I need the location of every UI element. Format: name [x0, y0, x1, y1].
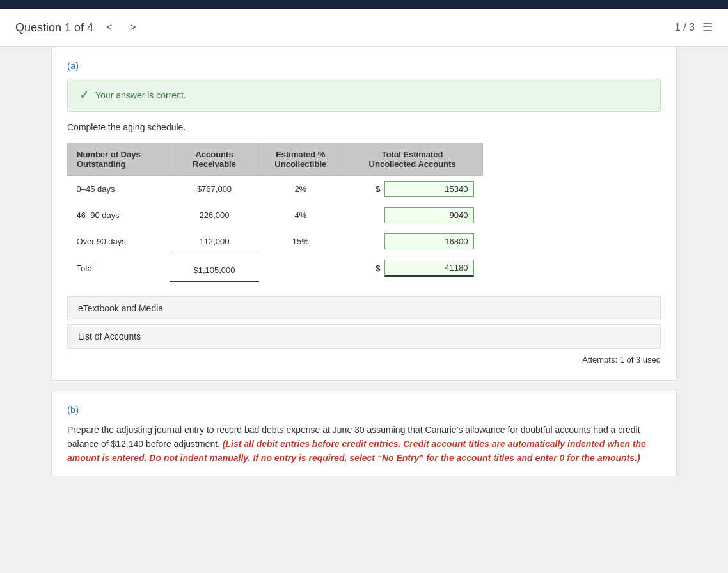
table-row: 46–90 days 226,000 4% — [68, 202, 483, 228]
list-of-accounts-button[interactable]: List of Accounts — [67, 324, 661, 349]
main-content: (a) ✓ Your answer is correct. Complete t… — [0, 47, 728, 476]
total-input-3[interactable] — [384, 233, 474, 249]
part-b-section: (b) Prepare the adjusting journal entry … — [51, 391, 677, 476]
question-title: Question 1 of 4 — [15, 21, 93, 35]
top-navigation-bar — [0, 0, 728, 9]
cell-pct-3: 15% — [259, 228, 342, 255]
total-input-total[interactable] — [384, 260, 474, 277]
aging-schedule-table: Number of DaysOutstanding AccountsReceiv… — [67, 143, 483, 283]
table-row: Over 90 days 112,000 15% — [68, 228, 483, 255]
cell-pct-total — [259, 255, 342, 282]
part-b-instructions: Prepare the adjusting journal entry to r… — [67, 423, 661, 466]
cell-ar-2: 226,000 — [170, 202, 259, 228]
cell-days-total: Total — [68, 255, 170, 282]
cell-pct-1: 2% — [259, 176, 342, 203]
cell-total-3 — [342, 228, 483, 255]
table-row-total: Total $1,105,000 $ — [68, 255, 483, 282]
question-header: Question 1 of 4 < > 1 / 3 ☰ — [0, 9, 728, 47]
cell-total-2 — [342, 202, 483, 228]
cell-days-3: Over 90 days — [68, 228, 170, 255]
attempts-text: Attempts: 1 of 3 used — [67, 355, 661, 365]
total-input-2[interactable] — [384, 207, 474, 223]
col-header-pct: Estimated %Uncollectible — [259, 143, 342, 176]
table-row: 0–45 days $767,000 2% $ — [68, 176, 483, 203]
cell-days-1: 0–45 days — [68, 176, 170, 203]
checkmark-icon: ✓ — [79, 88, 89, 102]
next-question-button[interactable]: > — [125, 19, 141, 36]
schedule-instruction: Complete the aging schedule. — [67, 122, 661, 132]
total-input-1[interactable] — [384, 181, 474, 197]
correct-message: Your answer is correct. — [95, 90, 186, 100]
cell-total-total: $ — [342, 255, 483, 282]
col-header-total: Total EstimatedUncollected Accounts — [342, 143, 483, 176]
page-indicator: 1 / 3 — [675, 22, 695, 33]
cell-pct-2: 4% — [259, 202, 342, 228]
prev-question-button[interactable]: < — [101, 19, 117, 36]
part-b-label: (b) — [67, 404, 661, 415]
dollar-sign-1: $ — [376, 184, 380, 194]
cell-ar-total: $1,105,000 — [170, 255, 259, 282]
cell-total-1: $ — [342, 176, 483, 203]
part-a-section: (a) ✓ Your answer is correct. Complete t… — [51, 47, 677, 381]
header-right: 1 / 3 ☰ — [675, 20, 713, 35]
header-left: Question 1 of 4 < > — [15, 19, 141, 36]
cell-days-2: 46–90 days — [68, 202, 170, 228]
cell-ar-3: 112,000 — [170, 228, 259, 255]
col-header-ar: AccountsReceivable — [170, 143, 259, 176]
table-header-row: Number of DaysOutstanding AccountsReceiv… — [68, 143, 483, 176]
dollar-sign-total: $ — [376, 263, 380, 273]
etextbook-button[interactable]: eTextbook and Media — [67, 296, 661, 320]
list-icon[interactable]: ☰ — [702, 20, 713, 35]
correct-answer-banner: ✓ Your answer is correct. — [67, 79, 661, 112]
part-a-label: (a) — [67, 60, 661, 71]
col-header-days: Number of DaysOutstanding — [68, 143, 170, 176]
cell-ar-1: $767,000 — [170, 176, 259, 203]
